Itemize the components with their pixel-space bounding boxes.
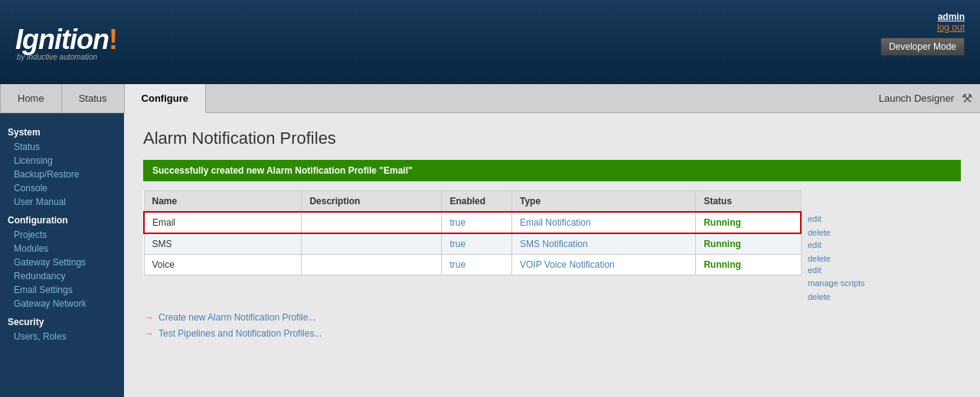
sidebar-item-user-manual[interactable]: User Manual — [0, 195, 124, 209]
cell-type: VOIP Voice Notification — [511, 255, 695, 275]
row1-actions: edit delete — [802, 213, 865, 239]
sidebar-item-gateway-settings[interactable]: Gateway Settings — [0, 255, 124, 269]
sidebar-item-modules[interactable]: Modules — [0, 242, 124, 255]
table-header-row: Name Description Enabled Type Status — [144, 191, 801, 213]
manage-scripts-link-3[interactable]: manage scripts — [808, 277, 865, 291]
tab-configure[interactable]: Configure — [125, 84, 206, 113]
actions-header-spacer — [802, 190, 865, 213]
main-layout: System Status Licensing Backup/Restore C… — [0, 113, 980, 397]
table-row: Voice true VOIP Voice Notification Runni… — [144, 255, 801, 275]
test-pipelines-link[interactable]: Test Pipelines and Notification Profiles… — [158, 328, 322, 339]
success-banner: Successfully created new Alarm Notificat… — [143, 160, 961, 181]
col-enabled: Enabled — [442, 191, 512, 213]
cell-type: Email Notification — [511, 212, 695, 233]
sidebar: System Status Licensing Backup/Restore C… — [0, 113, 124, 397]
sidebar-item-email-settings[interactable]: Email Settings — [0, 283, 124, 297]
delete-link-1[interactable]: delete — [808, 226, 865, 240]
cell-enabled: true — [442, 255, 512, 275]
wrench-icon[interactable]: ⚒ — [962, 91, 972, 106]
cell-enabled: true — [442, 212, 512, 233]
nav-tabs: Home Status Configure Launch Designer ⚒ — [0, 84, 980, 113]
cell-status: Running — [696, 212, 801, 233]
col-description: Description — [302, 191, 442, 213]
sidebar-section-security: Security — [0, 311, 124, 330]
create-profile-link[interactable]: Create new Alarm Notification Profile... — [158, 312, 315, 323]
cell-status: Running — [696, 255, 801, 275]
col-type: Type — [511, 191, 695, 213]
tab-status[interactable]: Status — [62, 84, 125, 112]
edit-link-3[interactable]: edit — [808, 264, 865, 278]
delete-link-3[interactable]: delete — [808, 291, 865, 304]
admin-link[interactable]: admin — [880, 11, 965, 22]
header-right: admin log out Developer Mode — [880, 11, 965, 56]
cell-description — [302, 233, 442, 255]
nav-tab-right: Launch Designer ⚒ — [879, 84, 980, 112]
logout-link[interactable]: log out — [880, 22, 965, 33]
test-pipelines-link-row: → Test Pipelines and Notification Profil… — [143, 327, 961, 340]
arrow-icon-2: → — [143, 327, 154, 340]
cell-name: Voice — [144, 255, 302, 275]
footer-links: → Create new Alarm Notification Profile.… — [143, 311, 961, 340]
sidebar-item-backup-restore[interactable]: Backup/Restore — [0, 168, 124, 181]
sidebar-item-projects[interactable]: Projects — [0, 228, 124, 242]
table-row: Email true Email Notification Running — [144, 212, 801, 233]
cell-enabled: true — [442, 233, 512, 255]
create-profile-link-row: → Create new Alarm Notification Profile.… — [143, 311, 961, 324]
table-row: SMS true SMS Notification Running — [144, 233, 801, 255]
header-bg — [0, 0, 980, 84]
tab-home[interactable]: Home — [0, 84, 62, 112]
profiles-table: Name Description Enabled Type Status Ema… — [143, 190, 802, 275]
logo-exclaim: ! — [109, 24, 117, 55]
logo-area: Ignition! by inductive automation — [15, 24, 117, 61]
developer-mode-button[interactable]: Developer Mode — [880, 37, 965, 56]
sidebar-section-configuration: Configuration — [0, 209, 124, 228]
cell-type: SMS Notification — [511, 233, 695, 255]
cell-description — [302, 255, 442, 275]
row3-actions: edit manage scripts delete — [802, 265, 865, 302]
arrow-icon-1: → — [143, 311, 154, 324]
edit-link-2[interactable]: edit — [808, 239, 865, 252]
page-title: Alarm Notification Profiles — [143, 129, 961, 148]
cell-name: SMS — [144, 233, 302, 255]
launch-designer-button[interactable]: Launch Designer — [879, 93, 954, 104]
sidebar-section-system: System — [0, 121, 124, 140]
col-name: Name — [144, 191, 302, 213]
header: Ignition! by inductive automation admin … — [0, 0, 980, 84]
content-area: Alarm Notification Profiles Successfully… — [124, 113, 980, 397]
sidebar-item-licensing[interactable]: Licensing — [0, 154, 124, 168]
table-container: Name Description Enabled Type Status Ema… — [143, 190, 961, 302]
row2-actions: edit delete — [802, 239, 865, 265]
edit-link-1[interactable]: edit — [808, 213, 865, 226]
sidebar-item-redundancy[interactable]: Redundancy — [0, 269, 124, 283]
sidebar-item-status[interactable]: Status — [0, 140, 124, 154]
sidebar-item-gateway-network[interactable]: Gateway Network — [0, 297, 124, 311]
cell-status: Running — [696, 233, 801, 255]
logo-text: Ignition! — [15, 24, 117, 56]
sidebar-item-users-roles[interactable]: Users, Roles — [0, 330, 124, 343]
col-status: Status — [696, 191, 801, 213]
cell-description — [302, 212, 442, 233]
cell-name: Email — [144, 212, 302, 233]
actions-column: edit delete edit delete edit manage scri… — [802, 190, 865, 302]
sidebar-item-console[interactable]: Console — [0, 181, 124, 195]
